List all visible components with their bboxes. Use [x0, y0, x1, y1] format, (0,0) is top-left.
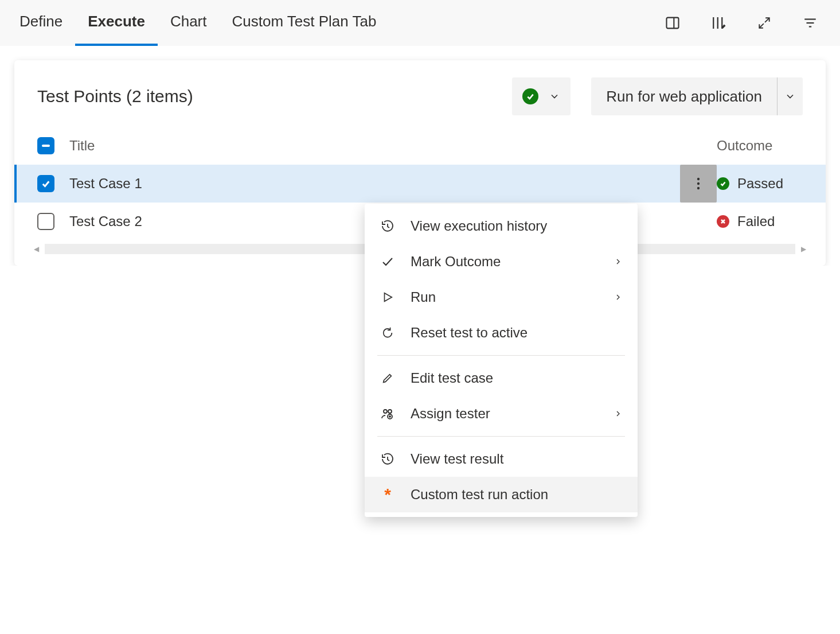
menu-view-execution-history[interactable]: View execution history: [365, 208, 638, 244]
check-icon: [380, 255, 396, 266]
svg-point-11: [697, 182, 700, 185]
row-title: Test Case 1: [69, 176, 680, 192]
filter-icon[interactable]: [793, 6, 827, 40]
panel-header: Test Points (2 items) Run for web applic…: [14, 60, 826, 127]
chevron-right-icon: [614, 254, 623, 266]
row-context-menu: View execution history Mark Outcome Run …: [365, 204, 638, 266]
svg-rect-0: [667, 17, 679, 28]
svg-point-10: [697, 178, 700, 180]
row-outcome: Failed: [737, 213, 775, 230]
tab-define[interactable]: Define: [7, 0, 75, 46]
table-row[interactable]: Test Case 1 Passed: [14, 165, 826, 203]
outcome-dropdown-button[interactable]: [512, 77, 571, 115]
tab-execute[interactable]: Execute: [75, 0, 158, 46]
scroll-left-icon[interactable]: ◀: [34, 245, 39, 253]
tab-chart[interactable]: Chart: [158, 0, 220, 46]
svg-line-6: [759, 24, 764, 28]
panel-split-icon[interactable]: [655, 6, 690, 40]
row-outcome: Passed: [737, 176, 783, 192]
tab-bar: Define Execute Chart Custom Test Plan Ta…: [0, 0, 840, 46]
chevron-down-icon: [549, 91, 560, 102]
passed-icon: [522, 88, 538, 104]
scroll-right-icon[interactable]: ▶: [801, 245, 806, 253]
panel-title: Test Points (2 items): [37, 87, 512, 106]
columns-edit-icon[interactable]: [701, 6, 736, 40]
svg-line-5: [765, 18, 769, 22]
table-header: Title Outcome: [14, 127, 826, 165]
run-for-web-button[interactable]: Run for web application: [591, 77, 803, 115]
row-more-button[interactable]: [680, 165, 717, 203]
failed-icon: [717, 215, 729, 228]
fullscreen-icon[interactable]: [747, 6, 782, 40]
passed-icon: [717, 177, 729, 190]
row-checkbox[interactable]: [37, 175, 54, 192]
tab-custom-test-plan[interactable]: Custom Test Plan Tab: [219, 0, 389, 46]
column-outcome[interactable]: Outcome: [717, 138, 803, 154]
select-all-checkbox[interactable]: [37, 137, 54, 154]
svg-point-12: [697, 187, 700, 189]
run-button-label: Run for web application: [591, 88, 777, 106]
run-button-chevron[interactable]: [778, 91, 803, 102]
column-title[interactable]: Title: [69, 138, 680, 154]
history-icon: [380, 219, 396, 233]
row-checkbox[interactable]: [37, 213, 54, 230]
menu-mark-outcome[interactable]: Mark Outcome: [365, 244, 638, 266]
